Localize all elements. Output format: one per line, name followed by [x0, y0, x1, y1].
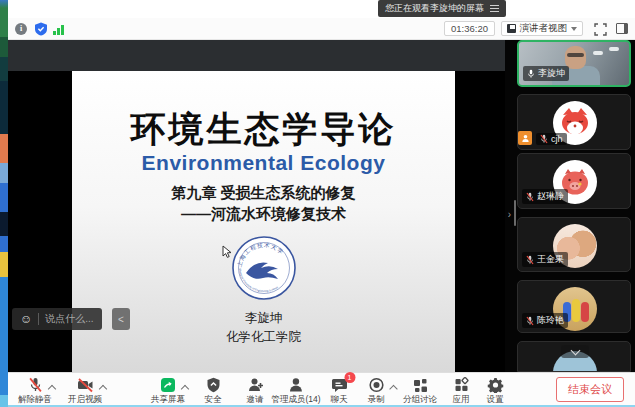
meeting-info-icon[interactable]: i — [15, 23, 27, 35]
breakout-squares-icon — [412, 377, 428, 393]
slide-department: 化学化工学院 — [226, 329, 301, 346]
camera-off-icon — [77, 377, 94, 393]
host-badge-icon — [518, 131, 532, 145]
screen-share-tooltip-text: 您正在观看李旋坤的屏幕 — [385, 2, 484, 15]
participant-tile-video[interactable]: 李旋坤 — [517, 40, 631, 87]
end-meeting-button[interactable]: 结束会议 — [556, 377, 624, 402]
participant-tile[interactable]: cjh — [517, 94, 631, 150]
scroll-more-button[interactable] — [561, 345, 589, 358]
participant-name-tag: 赵琳静 — [522, 189, 568, 204]
mic-muted-icon — [540, 134, 548, 144]
quick-chat-bar[interactable]: ☺ 说点什么... — [12, 308, 102, 330]
unmute-button[interactable]: 解除静音 — [18, 376, 52, 406]
chevron-down-icon — [571, 27, 577, 31]
slide-subtitle: Environmental Ecology — [142, 151, 386, 175]
mic-muted-icon — [526, 316, 534, 326]
fullscreen-icon[interactable] — [594, 23, 607, 36]
slide-chapter-line1: 第九章 受损生态系统的修复 — [171, 184, 355, 203]
breakout-rooms-button[interactable]: 分组讨论 — [403, 376, 437, 406]
record-icon — [368, 377, 384, 393]
mic-options-caret[interactable] — [49, 384, 55, 390]
participant-tile[interactable] — [517, 341, 631, 372]
apps-button[interactable]: 应用 — [453, 376, 470, 406]
slide-title: 环境生态学导论 — [131, 111, 397, 148]
participant-name-tag: 王金果 — [522, 252, 568, 267]
network-signal-icon[interactable] — [53, 25, 64, 35]
layout-icon — [507, 24, 516, 33]
share-screen-button[interactable]: 共享屏幕 — [151, 376, 185, 406]
chevron-down-icon — [570, 345, 580, 355]
person-icon — [289, 377, 304, 393]
security-shield-icon[interactable] — [34, 22, 48, 36]
participant-tile[interactable]: 赵琳静 — [517, 153, 631, 209]
video-options-caret[interactable] — [100, 384, 106, 390]
participant-name-tag: 陈玲艳 — [522, 313, 568, 328]
meeting-timer: 01:36:20 — [444, 21, 495, 36]
desktop-edge-strip — [0, 0, 8, 407]
sidebar-scrollbar[interactable] — [514, 200, 516, 226]
top-toolbar: i 01:36:20 演讲者视图 — [8, 18, 635, 40]
participant-tile[interactable]: 王金果 — [517, 217, 631, 272]
mic-muted-icon — [526, 255, 534, 265]
record-options-caret[interactable] — [390, 384, 396, 390]
meeting-window: 您正在观看李旋坤的屏幕 i 01:36:20 演讲者视图 — [0, 0, 635, 407]
participant-name-tag: cjh — [536, 133, 567, 145]
view-mode-button[interactable]: 演讲者视图 — [501, 21, 584, 36]
shield-icon — [206, 377, 220, 393]
share-screen-icon — [160, 377, 176, 393]
invite-person-icon — [247, 377, 263, 393]
slide-chapter-line2: ——河流水环境修复技术 — [181, 205, 346, 224]
tooltip-menu-icon[interactable] — [490, 5, 499, 12]
chat-input-placeholder[interactable]: 说点什么... — [45, 312, 93, 326]
mic-muted-icon — [28, 377, 43, 393]
participant-name-tag: 李旋坤 — [523, 66, 569, 81]
shared-screen-area: 环境生态学导论 Environmental Ecology 第九章 受损生态系统… — [8, 40, 635, 372]
view-mode-label: 演讲者视图 — [520, 22, 568, 35]
side-panel-toggle-icon[interactable] — [616, 23, 628, 34]
mic-on-icon — [527, 69, 535, 79]
chat-unread-badge: 1 — [344, 372, 355, 383]
participant-tile[interactable]: 陈玲艳 — [517, 280, 631, 333]
record-button[interactable]: 录制 — [368, 376, 385, 406]
mouse-cursor — [222, 245, 232, 259]
apps-icon — [453, 377, 469, 393]
security-button[interactable]: 安全 — [205, 376, 222, 406]
mic-muted-icon — [526, 192, 534, 202]
chat-button[interactable]: 1 聊天 — [331, 376, 348, 406]
slide-presenter-name: 李旋坤 — [245, 310, 283, 327]
presentation-chrome — [8, 40, 505, 71]
start-video-button[interactable]: 开启视频 — [68, 376, 102, 406]
share-options-caret[interactable] — [182, 384, 188, 390]
bottom-toolbar: 解除静音 开启视频 共享屏幕 安全 — [8, 372, 635, 405]
emoji-icon[interactable]: ☺ — [20, 313, 32, 325]
invite-button[interactable]: 邀请 — [247, 376, 264, 406]
university-logo: 上海工程技术大学 Shanghai University of Engineer… — [231, 235, 297, 305]
settings-button[interactable]: 设置 — [487, 376, 504, 406]
participants-sidebar: › 李旋坤 — [505, 40, 635, 372]
gear-icon — [487, 377, 503, 393]
chat-bar-collapse-button[interactable]: < — [112, 308, 130, 330]
title-strip: 您正在观看李旋坤的屏幕 — [8, 0, 635, 18]
screen-share-tooltip: 您正在观看李旋坤的屏幕 — [378, 0, 506, 17]
sidebar-collapse-handle[interactable]: › — [505, 202, 514, 226]
manage-members-button[interactable]: 管理成员(14) — [271, 376, 320, 406]
divider — [38, 313, 39, 325]
